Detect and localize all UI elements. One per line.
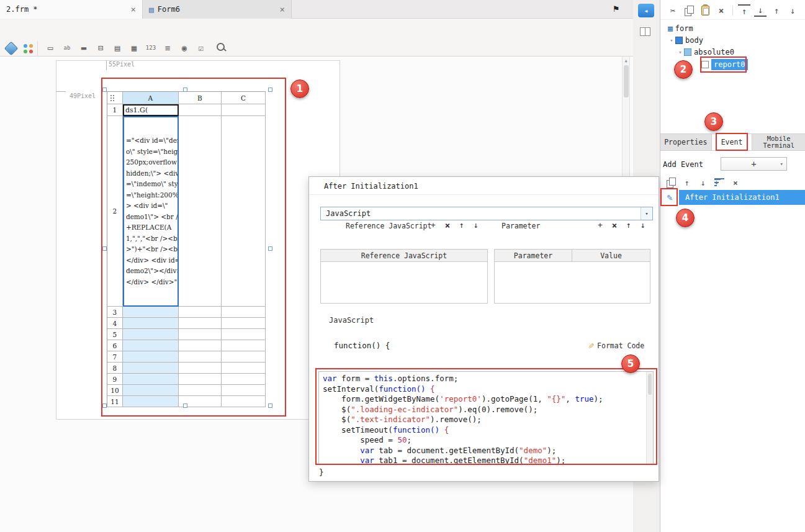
number-widget-icon[interactable]: 123 bbox=[144, 40, 158, 56]
copy-icon[interactable] bbox=[683, 4, 695, 17]
column-header-c[interactable]: C bbox=[222, 92, 266, 104]
selection-handle[interactable] bbox=[268, 404, 272, 408]
cut-icon[interactable]: ✂ bbox=[667, 4, 679, 17]
grid-cell[interactable] bbox=[179, 385, 222, 396]
flag-icon[interactable]: ⚑ bbox=[613, 3, 619, 14]
delete-icon[interactable]: × bbox=[443, 220, 452, 230]
move-down-icon[interactable]: ↓ bbox=[472, 220, 480, 230]
move-bottom-icon[interactable]: ↓ bbox=[754, 4, 767, 17]
move-event-up-icon[interactable]: ↑ bbox=[681, 177, 693, 188]
delete-icon[interactable]: × bbox=[610, 220, 619, 230]
report-block-widget-icon[interactable]: ▦ bbox=[127, 40, 141, 56]
selection-handle[interactable] bbox=[102, 246, 107, 251]
grid-cell[interactable] bbox=[179, 104, 222, 116]
selection-handle[interactable] bbox=[102, 88, 107, 92]
move-down-icon[interactable]: ↓ bbox=[786, 4, 799, 17]
radio-widget-icon[interactable]: ◉ bbox=[178, 40, 191, 56]
event-type-select[interactable]: JavaScript ▾ bbox=[320, 207, 653, 220]
grid-cell[interactable] bbox=[123, 363, 179, 374]
grid-cell[interactable] bbox=[222, 396, 266, 407]
row-header[interactable]: 11 bbox=[107, 396, 123, 407]
scrollbar-thumb[interactable] bbox=[648, 374, 652, 395]
tree-item-absolute0[interactable]: ▾ absolute0 bbox=[660, 46, 805, 58]
button-widget-icon[interactable]: ▭ bbox=[43, 40, 57, 56]
tab-properties[interactable]: Properties bbox=[660, 134, 712, 150]
row-header[interactable]: 6 bbox=[107, 340, 123, 351]
row-header[interactable]: 8 bbox=[107, 363, 123, 374]
reference-js-table-body[interactable] bbox=[321, 262, 487, 303]
grid-cell[interactable] bbox=[179, 116, 222, 307]
row-header[interactable]: 4 bbox=[107, 318, 123, 329]
scrollbar-thumb[interactable] bbox=[624, 65, 629, 97]
grid-cell[interactable] bbox=[222, 351, 266, 363]
selection-handle[interactable] bbox=[268, 246, 272, 251]
grid-cell[interactable] bbox=[179, 363, 222, 374]
move-up-icon[interactable]: ↑ bbox=[457, 220, 466, 230]
grid-cell[interactable] bbox=[222, 385, 266, 396]
split-view-icon[interactable] bbox=[640, 27, 650, 36]
grid-cell[interactable] bbox=[222, 104, 266, 116]
grid-cell[interactable] bbox=[123, 396, 179, 407]
move-down-icon[interactable]: ↓ bbox=[639, 220, 647, 230]
grid-cell[interactable] bbox=[123, 374, 179, 385]
move-event-down-icon[interactable]: ↓ bbox=[698, 177, 709, 188]
scroll-up-icon[interactable]: ▲ bbox=[623, 56, 629, 63]
row-header[interactable]: 1 bbox=[107, 104, 123, 116]
paste-icon[interactable] bbox=[699, 4, 711, 17]
grid-cell[interactable] bbox=[179, 374, 222, 385]
collapse-icon[interactable]: ▾ bbox=[668, 37, 675, 43]
add-icon[interactable]: + bbox=[596, 220, 605, 230]
tree-item-body[interactable]: ▾ body bbox=[660, 34, 805, 46]
column-header-a[interactable]: A bbox=[123, 92, 179, 104]
grid-cell[interactable] bbox=[123, 340, 179, 351]
close-icon[interactable]: × bbox=[131, 5, 136, 14]
column-header-b[interactable]: B bbox=[179, 92, 222, 104]
grid-cell[interactable] bbox=[222, 329, 266, 340]
richtext-widget-icon[interactable]: ≡ bbox=[161, 40, 174, 56]
grid-cell[interactable] bbox=[222, 318, 266, 329]
grid-corner-handle[interactable] bbox=[107, 92, 123, 104]
javascript-code-editor[interactable]: var form = this.options.form;setInterval… bbox=[318, 371, 654, 464]
parameter-table-body[interactable] bbox=[495, 262, 650, 303]
copy-event-icon[interactable] bbox=[665, 177, 677, 188]
row-header[interactable]: 10 bbox=[107, 385, 123, 396]
tab-2frm[interactable]: 2.frm * × bbox=[0, 0, 143, 19]
row-header[interactable]: 9 bbox=[107, 374, 123, 385]
close-icon[interactable]: × bbox=[280, 5, 285, 14]
row-header[interactable]: 5 bbox=[107, 329, 123, 340]
grid-cell[interactable] bbox=[123, 329, 179, 340]
move-up-icon[interactable]: ↑ bbox=[770, 4, 783, 17]
collapse-right-panel-icon[interactable]: ◂ bbox=[638, 4, 654, 17]
add-icon[interactable]: + bbox=[429, 220, 438, 230]
tab-event[interactable]: Event bbox=[712, 134, 753, 150]
row-header[interactable]: 2 bbox=[107, 116, 123, 307]
move-top-icon[interactable]: ↑ bbox=[738, 4, 750, 17]
editor-scrollbar[interactable] bbox=[646, 372, 653, 464]
tree-item-form[interactable]: ▦ form bbox=[660, 22, 805, 34]
delete-icon[interactable]: × bbox=[715, 4, 727, 17]
grid-cell[interactable] bbox=[222, 374, 266, 385]
grid-cell[interactable] bbox=[179, 318, 222, 329]
row-header[interactable]: 3 bbox=[107, 307, 123, 318]
grid-cell[interactable] bbox=[123, 318, 179, 329]
event-list-item[interactable]: After Initialization1 bbox=[679, 190, 805, 205]
combobox-widget-icon[interactable]: ⊟ bbox=[94, 40, 107, 56]
grid-cell[interactable] bbox=[222, 116, 266, 307]
selection-handle[interactable] bbox=[183, 88, 187, 92]
grid-cell[interactable] bbox=[222, 363, 266, 374]
format-brush-icon[interactable] bbox=[4, 42, 19, 56]
grid-cell[interactable] bbox=[123, 351, 179, 363]
add-event-button[interactable]: + ▾ bbox=[721, 157, 787, 171]
grid-cell[interactable] bbox=[222, 307, 266, 318]
grid-cell[interactable] bbox=[222, 340, 266, 351]
grid-cell[interactable] bbox=[123, 385, 179, 396]
selection-handle[interactable] bbox=[268, 88, 272, 92]
grid-cell[interactable] bbox=[179, 329, 222, 340]
label-widget-icon[interactable]: ▬ bbox=[77, 40, 91, 56]
selection-handle[interactable] bbox=[183, 404, 187, 408]
cell-a2[interactable]: ="<div id=\"demo\" style=\"height:250px;… bbox=[123, 116, 179, 307]
sort-events-icon[interactable]: ↓ bbox=[714, 177, 725, 188]
query-widget-icon[interactable] bbox=[215, 40, 227, 56]
parameter-pane-icon[interactable] bbox=[24, 44, 27, 48]
edit-event-button[interactable]: ✎ bbox=[660, 190, 679, 205]
